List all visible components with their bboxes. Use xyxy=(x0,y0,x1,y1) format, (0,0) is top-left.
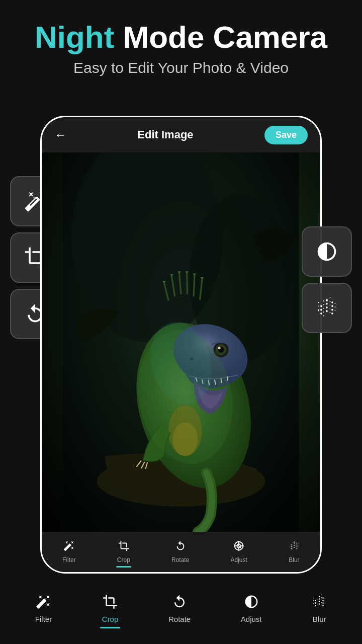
blur-icon xyxy=(289,540,300,554)
edit-image-title: Edit Image xyxy=(137,128,193,141)
phone-frame: ← Edit Image Save xyxy=(40,116,322,574)
global-rotate-icon xyxy=(172,594,187,612)
phone-topbar: ← Edit Image Save xyxy=(42,117,320,152)
image-area xyxy=(42,152,320,532)
filter-label: Filter xyxy=(62,556,76,564)
side-buttons-right xyxy=(302,226,352,333)
toolbar-filter[interactable]: Filter xyxy=(62,540,76,564)
global-crop-item[interactable]: Crop xyxy=(102,594,119,623)
crop-icon-toolbar xyxy=(118,540,129,554)
filter-icon xyxy=(63,540,74,554)
rotate-label: Rotate xyxy=(171,556,189,564)
lizard-illustration xyxy=(42,152,320,532)
lizard-background xyxy=(42,152,320,532)
global-crop-icon xyxy=(103,594,118,612)
toolbar-crop[interactable]: Crop xyxy=(117,540,130,564)
mode-camera-text: Mode Camera xyxy=(123,20,328,54)
global-filter-icon xyxy=(36,594,51,612)
phone-container: ← Edit Image Save xyxy=(40,116,322,574)
save-button[interactable]: Save xyxy=(264,126,308,144)
blur-label: Blur xyxy=(289,556,299,564)
global-blur-icon xyxy=(312,594,327,612)
global-rotate-item[interactable]: Rotate xyxy=(168,594,191,623)
grain-icon xyxy=(316,297,338,319)
contrast-button[interactable] xyxy=(302,226,352,277)
phone-inner: ← Edit Image Save xyxy=(42,117,320,572)
global-filter-label: Filter xyxy=(35,615,52,623)
global-bottom-toolbar: Filter Crop Rotate Adjust Blur xyxy=(0,574,362,644)
adjust-icon xyxy=(233,540,244,554)
contrast-icon xyxy=(316,240,338,263)
night-text: Night xyxy=(35,20,114,54)
header-section: Night Mode Camera Easy to Edit Your Phot… xyxy=(0,0,362,87)
back-button[interactable]: ← xyxy=(54,128,66,142)
global-crop-label: Crop xyxy=(102,615,119,623)
toolbar-rotate[interactable]: Rotate xyxy=(171,540,189,564)
crop-label: Crop xyxy=(117,556,130,564)
grain-button[interactable] xyxy=(302,283,352,333)
toolbar-blur[interactable]: Blur xyxy=(289,540,300,564)
global-filter-item[interactable]: Filter xyxy=(35,594,52,623)
header-title: Night Mode Camera xyxy=(20,20,342,54)
phone-toolbar: Filter Crop Rotate xyxy=(42,532,320,572)
svg-point-16 xyxy=(218,347,221,349)
global-blur-item[interactable]: Blur xyxy=(312,594,327,623)
global-adjust-icon xyxy=(244,594,259,612)
header-subtitle: Easy to Edit Your Photo & Video xyxy=(20,59,342,76)
global-rotate-label: Rotate xyxy=(168,615,191,623)
adjust-label: Adjust xyxy=(230,556,247,564)
global-adjust-label: Adjust xyxy=(241,615,262,623)
global-blur-label: Blur xyxy=(313,615,326,623)
toolbar-adjust[interactable]: Adjust xyxy=(230,540,247,564)
global-adjust-item[interactable]: Adjust xyxy=(241,594,262,623)
rotate-icon-toolbar xyxy=(175,540,186,554)
